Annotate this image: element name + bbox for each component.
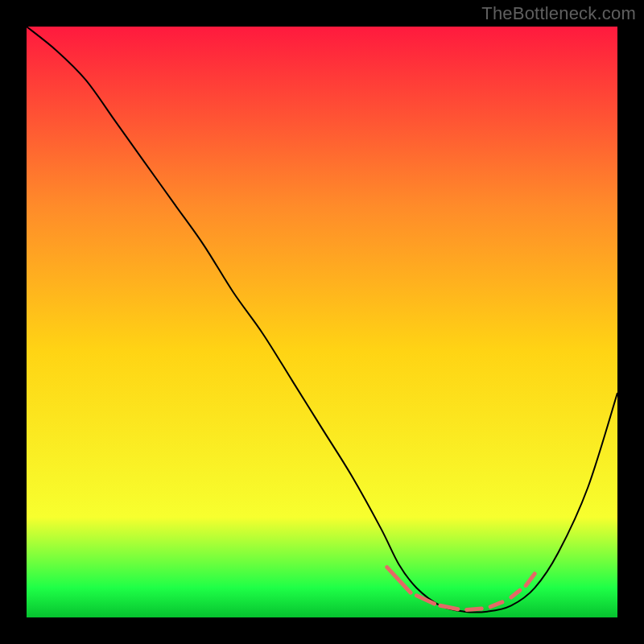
gradient-background	[27, 27, 617, 617]
plot-area	[27, 27, 617, 617]
bottleneck-chart	[27, 27, 617, 617]
watermark-text: TheBottleneck.com	[481, 3, 636, 24]
hint-segment	[467, 609, 481, 610]
chart-frame: TheBottleneck.com	[0, 0, 644, 644]
